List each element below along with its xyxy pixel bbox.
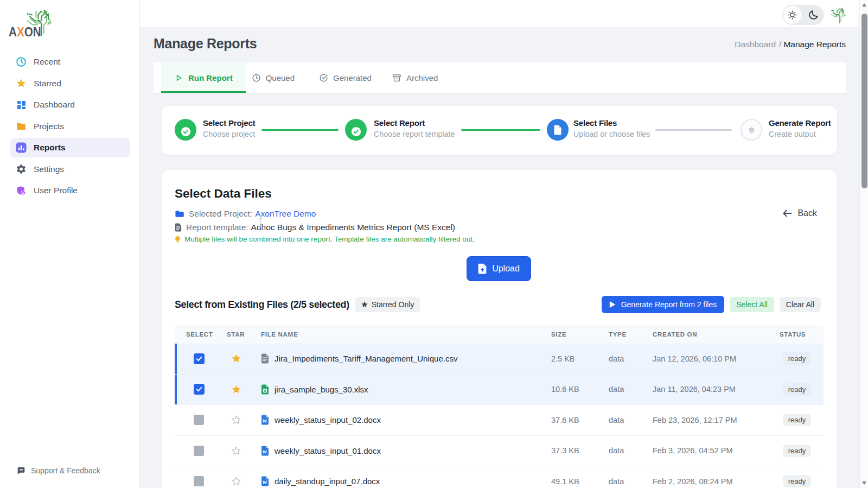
sidebar-item-label: Reports: [34, 143, 66, 153]
page-scrollbar[interactable]: [859, 0, 868, 488]
sidebar-item-projects[interactable]: Projects: [10, 117, 130, 136]
sidebar-item-label: User Profile: [34, 186, 78, 195]
table-row[interactable]: weekly_status_input_01.docx 37.3 KB data…: [175, 436, 824, 467]
arrow-left-icon: [782, 209, 793, 218]
scrollbar-thumb[interactable]: [861, 14, 867, 188]
gear-icon: [16, 164, 27, 175]
status-badge: ready: [783, 414, 812, 426]
row-checkbox[interactable]: [194, 415, 204, 425]
back-button[interactable]: Back: [782, 208, 817, 218]
scrollbar-up-arrow[interactable]: [862, 3, 866, 7]
table-row[interactable]: jira_sample_bugs_30.xlsx 10.6 KB data Ja…: [175, 375, 824, 405]
file-created: Jan 11, 2026, 04:23 PM: [644, 385, 770, 394]
tab-run-report[interactable]: Run Report: [161, 62, 246, 93]
star-icon: [16, 78, 27, 89]
step-title: Select Files: [573, 118, 650, 129]
step-title: Select Project: [203, 118, 255, 129]
generate-report-label: Generate Report from 2 files: [621, 300, 717, 309]
folder-icon: [16, 121, 27, 132]
row-checkbox[interactable]: [194, 446, 204, 456]
row-checkbox[interactable]: [194, 353, 205, 364]
check-circle-icon: [319, 73, 328, 83]
file-type: data: [600, 385, 644, 394]
check-icon: [350, 126, 362, 137]
file-name: Jira_Impediments_Tariff_Management_Uniqu…: [275, 354, 457, 363]
selected-project-link[interactable]: AxonTree Demo: [255, 209, 316, 219]
file-size: 10.6 KB: [542, 385, 600, 394]
clock-icon: [16, 56, 27, 67]
star-outline-icon[interactable]: [231, 415, 241, 425]
docx-file-icon: [261, 476, 269, 486]
selected-project-row: Selected Project: AxonTree Demo: [175, 209, 823, 219]
existing-files-header-row: Select from Existing Files (2/5 selected…: [175, 296, 823, 313]
wizard-stepper: Select Project Choose project Select Rep…: [162, 106, 837, 155]
sidebar-item-starred[interactable]: Starred: [10, 74, 130, 93]
select-all-button[interactable]: Select All: [730, 297, 774, 312]
file-type: data: [600, 416, 644, 424]
step-title: Generate Report: [769, 118, 831, 129]
file-name: weekly_status_input_02.docx: [275, 415, 381, 424]
tab-queued[interactable]: Queued: [239, 62, 308, 93]
scrollbar-down-arrow[interactable]: [862, 481, 866, 485]
file-size: 2.5 KB: [542, 354, 600, 363]
row-checkbox[interactable]: [194, 384, 205, 395]
generate-report-button[interactable]: Generate Report from 2 files: [602, 296, 725, 313]
tab-archived[interactable]: Archived: [379, 62, 451, 93]
archive-icon: [392, 73, 401, 83]
status-badge: ready: [783, 352, 812, 365]
files-table-body: Jira_Impediments_Tariff_Management_Uniqu…: [175, 344, 824, 488]
col-header-created-on: CREATED ON: [644, 331, 770, 338]
support-feedback-link[interactable]: Support & Feedback: [17, 466, 100, 475]
sidebar-item-label: Dashboard: [34, 100, 75, 110]
star-outline-icon[interactable]: [231, 476, 241, 486]
moon-icon[interactable]: [808, 9, 819, 21]
play-filled-icon: [609, 301, 616, 308]
table-row[interactable]: daily_standup_input_07.docx 49.1 KB data…: [175, 466, 824, 488]
star-filled-icon[interactable]: [231, 353, 241, 364]
star-outline-icon[interactable]: [231, 446, 241, 456]
lightbulb-icon: [175, 236, 181, 243]
tab-generated[interactable]: Generated: [306, 62, 385, 93]
sidebar-item-reports[interactable]: Reports: [10, 138, 130, 157]
starred-only-toggle[interactable]: Starred Only: [355, 297, 420, 312]
theme-toggle[interactable]: [782, 5, 824, 25]
files-table: SELECT STAR FILE NAME SIZE TYPE CREATED …: [175, 325, 824, 488]
sidebar-item-dashboard[interactable]: Dashboard: [10, 95, 130, 115]
upload-button[interactable]: Upload: [467, 256, 531, 281]
back-label: Back: [797, 208, 817, 218]
breadcrumb-current: Manage Reports: [783, 40, 846, 49]
reports-icon: [16, 142, 27, 153]
folder-blue-icon: [175, 210, 184, 218]
tab-label: Run Report: [188, 73, 233, 83]
col-header-type: TYPE: [600, 331, 644, 338]
report-template-label: Report template:: [186, 223, 248, 232]
star-filled-icon[interactable]: [231, 384, 241, 395]
step2-done-icon: [345, 119, 367, 141]
file-created: Feb 3, 2026, 04:52 PM: [644, 446, 770, 455]
clear-all-button[interactable]: Clear All: [780, 297, 821, 312]
step-subtitle: Choose report template: [374, 129, 455, 140]
step-subtitle: Choose project: [203, 129, 255, 140]
light-mode-knob[interactable]: [783, 6, 801, 24]
select-all-label: Select All: [736, 300, 768, 309]
sidebar-nav: Recent Starred Dashboard Projects Report…: [10, 52, 130, 202]
star-small-icon: [361, 301, 368, 308]
breadcrumb: Dashboard/Manage Reports: [735, 40, 846, 49]
checkmark-icon: [195, 385, 203, 393]
sidebar-item-user-profile[interactable]: User Profile: [10, 181, 130, 200]
upload-row: Upload: [175, 256, 823, 281]
chat-bubble-icon: [17, 467, 25, 475]
xlsx-file-icon: [261, 384, 269, 395]
table-row[interactable]: weekly_status_input_02.docx 37.6 KB data…: [175, 405, 824, 436]
sidebar-item-recent[interactable]: Recent: [10, 52, 130, 72]
tab-label: Queued: [266, 73, 295, 83]
sidebar-item-settings[interactable]: Settings: [10, 160, 130, 179]
tip-row: Multiple files will be combined into one…: [175, 235, 823, 243]
breadcrumb-dashboard[interactable]: Dashboard: [735, 40, 776, 49]
table-row[interactable]: Jira_Impediments_Tariff_Management_Uniqu…: [175, 344, 824, 375]
report-template-row: Report template: Adhoc Bugs & Impediment…: [175, 223, 823, 232]
existing-files-title: Select from Existing Files (2/5 selected…: [175, 299, 349, 310]
row-checkbox[interactable]: [194, 476, 204, 486]
brand-logo: AXON: [9, 5, 68, 40]
document-icon: [175, 223, 182, 232]
